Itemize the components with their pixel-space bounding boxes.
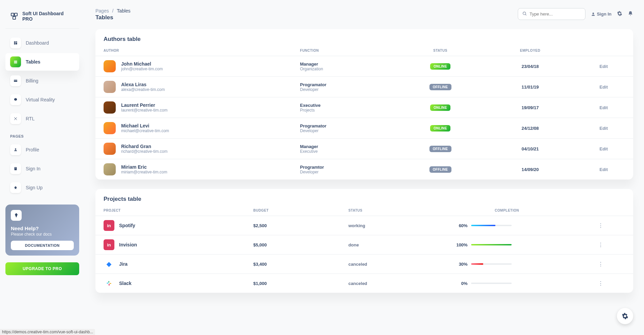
employed-date: 23/04/18 <box>486 56 574 77</box>
sidebar-item-billing[interactable]: Billing <box>5 72 79 90</box>
function-title: Executive <box>300 103 386 108</box>
slack-icon <box>104 278 114 289</box>
edit-link[interactable]: Edit <box>574 97 633 118</box>
sidebar-item-rtl[interactable]: RTL <box>5 110 79 127</box>
function-title: Programator <box>300 123 386 128</box>
sidebar-item-tables[interactable]: Tables <box>5 53 79 71</box>
sidebar-item-label: Sign In <box>26 166 41 171</box>
sidebar-item-signup[interactable]: Sign Up <box>5 179 79 196</box>
sidebar-item-signin[interactable]: Sign In <box>5 160 79 177</box>
authors-table: AUTHOR FUNCTION STATUS EMPLOYED John Mic… <box>95 45 633 180</box>
user-icon <box>591 12 596 17</box>
svg-rect-1 <box>15 13 17 16</box>
employed-date: 24/12/08 <box>486 118 574 139</box>
table-row: ◆ Jira $3,400 canceled 30% ⋮ <box>95 255 633 274</box>
main-content: Pages / Tables Tables Sign In <box>85 0 644 335</box>
table-row: Alexa Liras alexa@creative-tim.com Progr… <box>95 77 633 97</box>
author-name: Miriam Eric <box>121 164 167 170</box>
edit-link[interactable]: Edit <box>574 56 633 77</box>
breadcrumb-separator: / <box>112 8 114 14</box>
sidebar-item-profile[interactable]: Profile <box>5 141 79 159</box>
brand[interactable]: Soft UI Dashboard PRO <box>5 8 79 29</box>
bell-icon[interactable] <box>628 11 633 17</box>
function-subtitle: Executive <box>300 149 386 154</box>
employed-date: 14/09/20 <box>486 159 574 180</box>
dashboard-icon <box>10 38 21 48</box>
row-actions-menu[interactable]: ⋮ <box>568 255 633 274</box>
search-box[interactable] <box>518 8 585 20</box>
signin-label: Sign In <box>597 11 612 17</box>
signin-link[interactable]: Sign In <box>591 11 612 17</box>
settings-fab[interactable] <box>617 308 633 324</box>
sidebar-item-label: Profile <box>26 147 39 152</box>
sidebar-item-vr[interactable]: Virtual Reality <box>5 91 79 109</box>
sidebar-item-label: RTL <box>26 116 35 121</box>
edit-link[interactable]: Edit <box>574 118 633 139</box>
completion-pct: 30% <box>454 262 468 267</box>
table-row: Laurent Perrier laurent@creative-tim.com… <box>95 97 633 118</box>
status-badge: OFFLINE <box>429 84 451 90</box>
svg-rect-0 <box>11 13 14 16</box>
search-input[interactable] <box>530 11 581 17</box>
svg-point-8 <box>15 148 16 150</box>
avatar <box>104 163 116 175</box>
sidebar-item-label: Dashboard <box>26 40 49 46</box>
function-subtitle: Organization <box>300 67 386 71</box>
function-subtitle: Developer <box>300 87 386 92</box>
author-name: Alexa Liras <box>121 82 165 87</box>
row-actions-menu[interactable]: ⋮ <box>568 216 633 235</box>
page-title: Tables <box>95 14 131 21</box>
help-title: Need Help? <box>11 225 74 231</box>
edit-link[interactable]: Edit <box>574 77 633 97</box>
status-badge: OFFLINE <box>429 146 451 152</box>
project-status: done <box>340 235 446 255</box>
upgrade-button[interactable]: UPGRADE TO PRO <box>5 262 79 275</box>
author-name: Laurent Perrier <box>121 102 168 108</box>
row-actions-menu[interactable]: ⋮ <box>568 235 633 255</box>
signin-icon <box>10 163 21 174</box>
author-email: john@creative-tim.com <box>121 67 163 71</box>
edit-link[interactable]: Edit <box>574 139 633 159</box>
edit-link[interactable]: Edit <box>574 159 633 180</box>
svg-rect-15 <box>108 281 109 283</box>
avatar <box>104 101 116 114</box>
avatar <box>104 143 116 155</box>
table-row: Slack $1,000 canceled 0% ⋮ <box>95 274 633 293</box>
project-name: Invision <box>119 242 137 247</box>
svg-rect-10 <box>15 168 16 168</box>
project-budget: $3,400 <box>245 255 340 274</box>
row-actions-menu[interactable]: ⋮ <box>568 274 633 293</box>
help-subtitle: Please check our docs <box>11 232 74 237</box>
breadcrumb-root[interactable]: Pages <box>95 8 109 14</box>
help-card: Need Help? Please check our docs DOCUMEN… <box>5 205 79 256</box>
status-badge: ONLINE <box>430 125 450 131</box>
documentation-button[interactable]: DOCUMENTATION <box>11 241 74 250</box>
projects-table-card: Projects table PROJECT BUDGET STATUS COM… <box>95 189 633 293</box>
table-row: in Invision $5,000 done 100% ⋮ <box>95 235 633 255</box>
th-budget: BUDGET <box>245 205 340 216</box>
sidebar-item-dashboard[interactable]: Dashboard <box>5 34 79 52</box>
invision-icon: in <box>104 239 114 250</box>
settings-icon[interactable] <box>617 11 622 17</box>
employed-date: 19/09/17 <box>486 97 574 118</box>
progress-fill <box>471 244 512 245</box>
signup-icon <box>10 182 21 193</box>
svg-rect-5 <box>14 63 17 64</box>
sidebar-section-pages: PAGES <box>5 129 79 141</box>
completion-pct: 100% <box>454 242 468 247</box>
project-budget: $1,000 <box>245 274 340 293</box>
completion-pct: 60% <box>454 223 468 228</box>
author-name: Michael Levi <box>121 123 169 128</box>
th-completion: COMPLETION <box>446 205 568 216</box>
function-title: Manager <box>300 144 386 149</box>
status-badge: ONLINE <box>430 104 450 111</box>
diamond-icon <box>11 210 22 221</box>
authors-table-card: Authors table AUTHOR FUNCTION STATUS EMP… <box>95 29 633 180</box>
svg-point-13 <box>592 13 594 14</box>
svg-line-12 <box>525 14 526 15</box>
project-budget: $2,500 <box>245 216 340 235</box>
avatar <box>104 60 116 72</box>
svg-rect-7 <box>14 80 17 81</box>
svg-rect-16 <box>110 283 111 284</box>
svg-rect-4 <box>14 62 17 63</box>
